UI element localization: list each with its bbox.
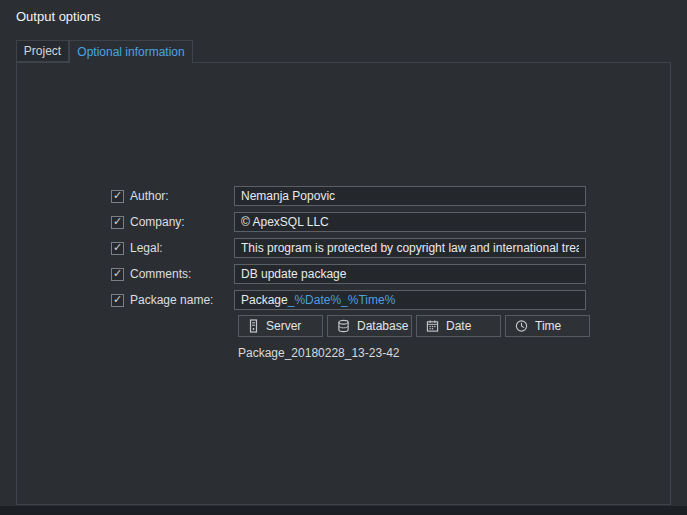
server-button-label: Server	[266, 319, 301, 333]
clock-icon	[515, 319, 528, 333]
legal-label: Legal:	[130, 241, 234, 255]
database-button[interactable]: Database	[327, 315, 412, 337]
company-checkbox[interactable]	[111, 216, 124, 229]
database-icon	[337, 319, 350, 333]
company-input[interactable]	[234, 212, 586, 232]
author-row: Author:	[111, 186, 586, 206]
tab-optional-information[interactable]: Optional information	[69, 40, 193, 63]
package-name-preview: Package_20180228_13-23-42	[238, 346, 399, 360]
company-label: Company:	[130, 215, 234, 229]
legal-row: Legal:	[111, 238, 586, 258]
company-row: Company:	[111, 212, 586, 232]
comments-input[interactable]	[234, 264, 586, 284]
date-button-label: Date	[446, 319, 471, 333]
package-name-prefix: Package	[241, 293, 288, 307]
database-button-label: Database	[357, 319, 408, 333]
author-checkbox[interactable]	[111, 190, 124, 203]
package-name-row: Package name: Package_%Date%_%Time%	[111, 290, 586, 310]
tab-content-panel: Author: Company: Legal: Comments: Packag…	[16, 62, 671, 505]
time-button[interactable]: Time	[505, 315, 590, 337]
comments-label: Comments:	[130, 267, 234, 281]
output-options-dialog: { "window": { "title": "Output options" …	[0, 0, 687, 515]
author-label: Author:	[130, 189, 234, 203]
calendar-icon	[426, 319, 439, 333]
package-name-tokens: _%Date%_%Time%	[288, 293, 396, 307]
tab-project[interactable]: Project	[16, 40, 69, 62]
legal-checkbox[interactable]	[111, 242, 124, 255]
tab-optional-information-label: Optional information	[77, 45, 184, 59]
legal-input[interactable]	[234, 238, 586, 258]
date-button[interactable]: Date	[416, 315, 501, 337]
author-input[interactable]	[234, 186, 586, 206]
footer-strip	[0, 506, 687, 515]
comments-checkbox[interactable]	[111, 268, 124, 281]
comments-row: Comments:	[111, 264, 586, 284]
page-title: Output options	[16, 9, 101, 24]
package-name-label: Package name:	[130, 293, 234, 307]
server-button[interactable]: Server	[238, 315, 323, 337]
tab-project-label: Project	[24, 44, 61, 58]
package-name-input[interactable]: Package_%Date%_%Time%	[234, 290, 586, 310]
package-name-checkbox[interactable]	[111, 294, 124, 307]
server-icon	[248, 319, 259, 333]
time-button-label: Time	[535, 319, 561, 333]
